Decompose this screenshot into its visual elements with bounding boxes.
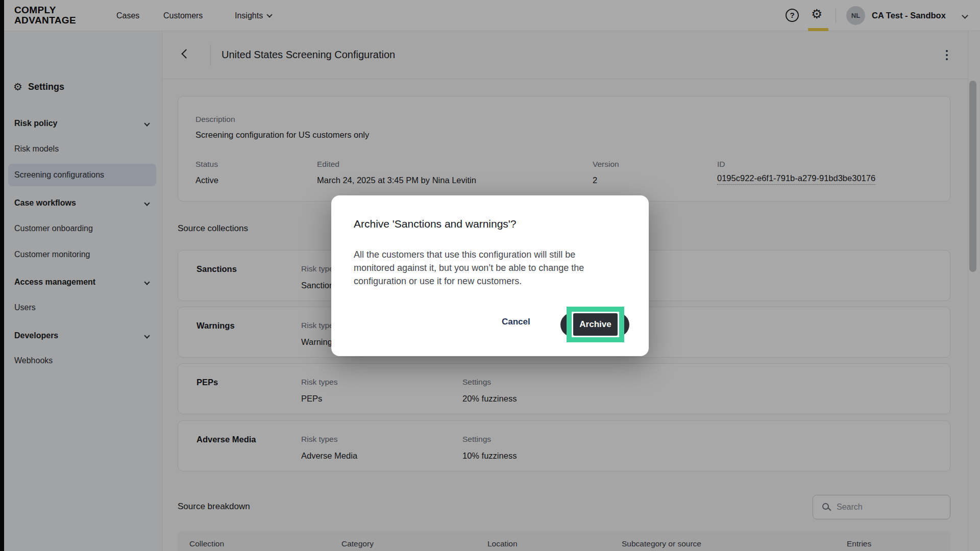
dialog-body-text: All the customers that use this configur… — [354, 248, 615, 288]
archive-confirmation-dialog: Archive 'Sanctions and warnings'? All th… — [331, 195, 649, 356]
cancel-button[interactable]: Cancel — [502, 315, 530, 329]
app-screen: COMPLY ADVANTAGE Cases Customers Insight… — [0, 0, 980, 551]
dialog-title: Archive 'Sanctions and warnings'? — [354, 218, 517, 230]
annotation-inner-gap: Archive — [572, 312, 619, 337]
archive-button-label[interactable]: Archive — [573, 313, 618, 336]
target-highlight-annotation: Archive — [567, 307, 624, 342]
